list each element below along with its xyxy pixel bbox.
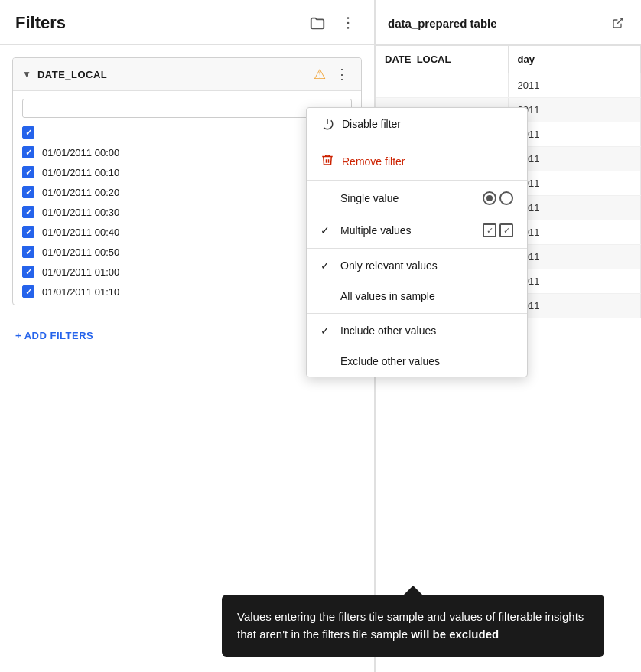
svg-point-1 xyxy=(347,22,350,24)
only-relevant-item[interactable]: ✓ Only relevant values xyxy=(307,250,527,281)
filter-checkbox-empty[interactable] xyxy=(22,126,34,139)
data-table-cols: DATE_LOCAL day xyxy=(376,46,641,73)
filter-label-7: 01/01/2011 01:10 xyxy=(42,286,119,298)
multiple-values-label: Multiple values xyxy=(340,224,475,237)
checkbox-group: ✓ ✓ xyxy=(483,223,513,237)
table-row: 2011 xyxy=(376,73,641,98)
filter-section-header: ▼ DATE_LOCAL ⚠ ⋮ xyxy=(13,58,361,91)
check-icon-relevant: ✓ xyxy=(320,259,333,272)
external-link-icon[interactable] xyxy=(607,12,629,34)
filter-checkbox-4[interactable] xyxy=(22,226,34,238)
exclude-other-item[interactable]: Exclude other values xyxy=(307,346,527,377)
filter-checkbox-0[interactable] xyxy=(22,146,34,158)
filter-checkbox-5[interactable] xyxy=(22,246,34,258)
filter-label-5: 01/01/2011 00:50 xyxy=(42,246,119,258)
filters-header: Filters xyxy=(0,0,374,45)
folder-icon[interactable] xyxy=(307,12,328,34)
single-value-label: Single value xyxy=(340,192,475,204)
main-container: Filters ▼ DATE_LOCAL ⚠ ⋮ xyxy=(0,0,641,672)
add-filters-label: + ADD FILTERS xyxy=(15,330,93,341)
data-table-title: data_prepared table xyxy=(388,17,497,30)
all-values-label: All values in sample xyxy=(340,290,435,302)
cell-day-7: 2011 xyxy=(509,245,642,269)
disable-filter-label: Disable filter xyxy=(342,118,401,130)
cell-day-0: 2011 xyxy=(509,73,642,97)
radio-group xyxy=(483,191,513,205)
cell-day-5: 2011 xyxy=(509,196,642,220)
filters-title: Filters xyxy=(15,13,66,33)
radio-inner xyxy=(486,195,493,201)
divider-3 xyxy=(307,248,527,249)
only-relevant-label: Only relevant values xyxy=(340,259,438,272)
cell-day-9: 2011 xyxy=(509,294,642,318)
cell-day-1: 2011 xyxy=(509,98,642,122)
filter-checkbox-2[interactable] xyxy=(22,186,34,198)
single-value-item[interactable]: Single value xyxy=(307,182,527,214)
more-vertical-icon[interactable] xyxy=(337,12,359,34)
check-icon-multiple: ✓ xyxy=(320,224,333,237)
svg-point-2 xyxy=(347,27,350,29)
data-table-header: data_prepared table xyxy=(376,0,641,46)
all-values-item[interactable]: All values in sample xyxy=(307,281,527,312)
filter-menu-icon[interactable]: ⋮ xyxy=(332,66,352,83)
tooltip-text: Values entering the filters tile sample … xyxy=(237,610,584,641)
warning-icon: ⚠ xyxy=(314,66,326,83)
cell-day-6: 2011 xyxy=(509,220,642,244)
include-other-label: Include other values xyxy=(340,325,436,337)
tooltip-box: Values entering the filters tile sample … xyxy=(222,595,604,657)
filter-checkbox-7[interactable] xyxy=(22,285,34,298)
radio-empty xyxy=(499,191,513,205)
checkbox-filled-1: ✓ xyxy=(483,223,496,237)
remove-filter-item[interactable]: Remove filter xyxy=(307,144,527,178)
cell-day-2: 2011 xyxy=(509,122,642,146)
cell-day-4: 2011 xyxy=(509,171,642,195)
divider-4 xyxy=(307,313,527,314)
radio-filled xyxy=(483,191,496,205)
power-icon xyxy=(320,117,334,131)
svg-point-0 xyxy=(347,17,350,19)
filter-checkbox-6[interactable] xyxy=(22,266,34,278)
disable-filter-item[interactable]: Disable filter xyxy=(307,108,527,140)
trash-icon xyxy=(320,153,334,169)
filter-label-0: 01/01/2011 00:00 xyxy=(42,147,119,158)
divider-2 xyxy=(307,180,527,181)
filter-name: DATE_LOCAL xyxy=(37,69,314,80)
exclude-other-label: Exclude other values xyxy=(340,355,440,367)
multiple-values-item[interactable]: ✓ Multiple values ✓ ✓ xyxy=(307,214,527,246)
col-header-day: day xyxy=(509,46,642,73)
dropdown-menu: Disable filter Remove filter Single valu… xyxy=(306,107,528,377)
filter-label-2: 01/01/2011 00:20 xyxy=(42,187,119,198)
filter-checkbox-1[interactable] xyxy=(22,166,34,178)
filter-checkbox-3[interactable] xyxy=(22,206,34,218)
filter-label-3: 01/01/2011 00:30 xyxy=(42,207,119,218)
filter-search-input[interactable] xyxy=(22,99,352,118)
filter-label-1: 01/01/2011 00:10 xyxy=(42,167,119,178)
col-header-date: DATE_LOCAL xyxy=(376,46,509,73)
check-icon-include: ✓ xyxy=(320,325,333,337)
filter-label-4: 01/01/2011 00:40 xyxy=(42,227,119,238)
include-other-item[interactable]: ✓ Include other values xyxy=(307,315,527,346)
remove-filter-label: Remove filter xyxy=(342,155,405,168)
tooltip-arrow xyxy=(404,586,422,595)
chevron-down-icon[interactable]: ▼ xyxy=(22,69,31,80)
checkbox-filled-2: ✓ xyxy=(499,223,513,237)
cell-day-3: 2011 xyxy=(509,147,642,171)
cell-date-0 xyxy=(376,73,509,97)
filter-label-6: 01/01/2011 01:00 xyxy=(42,266,119,278)
divider-1 xyxy=(307,142,527,142)
cell-day-8: 2011 xyxy=(509,269,642,293)
filters-header-icons xyxy=(307,12,359,34)
